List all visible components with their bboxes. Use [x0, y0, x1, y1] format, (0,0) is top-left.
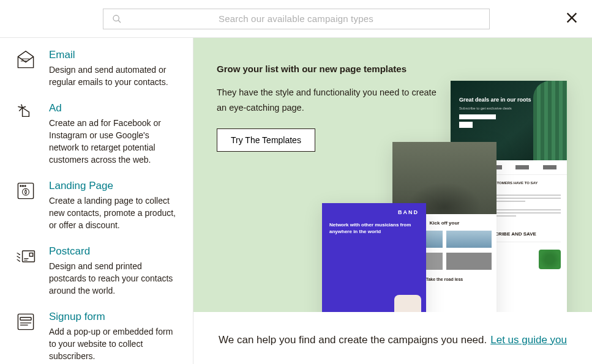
svg-rect-9	[29, 253, 32, 256]
postcard-icon	[13, 245, 38, 270]
landing-page-icon	[13, 180, 38, 204]
campaign-type-sidebar: Email Design and send automated or regul…	[0, 38, 193, 364]
svg-line-1	[118, 20, 121, 23]
svg-point-0	[113, 15, 119, 21]
svg-rect-11	[20, 317, 31, 320]
sidebar-item-postcard[interactable]: Postcard Design and send printed postcar…	[13, 245, 181, 297]
promo-panel: Grow your list with our new page templat…	[193, 38, 592, 364]
sidebar-item-title: Landing Page	[49, 180, 181, 192]
close-icon	[565, 11, 579, 24]
help-bar: We can help you find and create the camp…	[193, 312, 592, 364]
sidebar-item-desc: Add a pop-up or embedded form to your we…	[49, 325, 181, 363]
sidebar-item-desc: Design and send automated or regular ema…	[49, 64, 181, 89]
search-placeholder: Search our available campaign types	[130, 13, 481, 24]
sidebar-item-desc: Design and send printed postcards to rea…	[49, 260, 181, 297]
sidebar-item-title: Postcard	[49, 245, 181, 258]
email-icon	[13, 49, 38, 73]
sidebar-item-title: Signup form	[49, 311, 181, 323]
ad-icon	[13, 102, 38, 127]
try-templates-button[interactable]: Try The Templates	[217, 128, 315, 152]
help-text: We can help you find and create the camp…	[219, 334, 487, 346]
sidebar-item-ad[interactable]: Ad Create an ad for Facebook or Instagra…	[13, 102, 181, 166]
promo-body: They have the style and functionality yo…	[217, 85, 437, 115]
promo-heading: Grow your list with our new page templat…	[217, 64, 437, 74]
sidebar-item-landing-page[interactable]: Landing Page Create a landing page to co…	[13, 180, 181, 232]
sidebar-item-title: Ad	[49, 102, 181, 114]
sidebar-item-title: Email	[49, 49, 181, 61]
sidebar-item-desc: Create an ad for Facebook or Instagram o…	[49, 117, 181, 166]
sidebar-item-desc: Create a landing page to collect new con…	[49, 195, 181, 232]
svg-point-6	[23, 185, 24, 187]
sidebar-item-signup-form[interactable]: Signup form Add a pop-up or embedded for…	[13, 311, 181, 363]
signup-form-icon	[13, 311, 38, 335]
help-link[interactable]: Let us guide you	[490, 334, 567, 346]
sidebar-item-email[interactable]: Email Design and send automated or regul…	[13, 49, 181, 89]
svg-point-5	[20, 185, 21, 187]
svg-point-7	[24, 185, 26, 187]
search-input[interactable]: Search our available campaign types	[103, 9, 490, 29]
close-button[interactable]	[565, 11, 579, 27]
svg-rect-10	[18, 314, 33, 329]
search-icon	[112, 14, 122, 24]
